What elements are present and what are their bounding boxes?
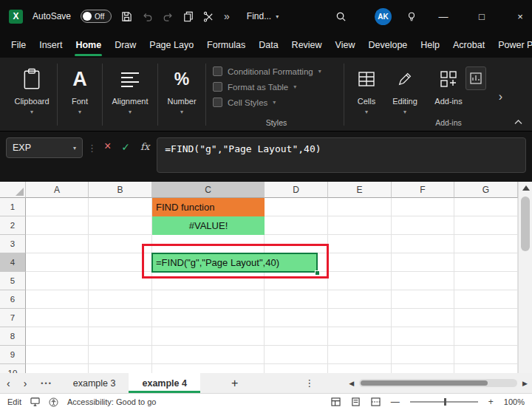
save-icon[interactable] — [121, 11, 132, 22]
cell-F5[interactable] — [392, 272, 454, 290]
ribbon-group-editing[interactable]: Editing ▾ — [385, 64, 425, 131]
tab-view[interactable]: View — [329, 33, 362, 58]
sheet-tab-example-4[interactable]: example 4 — [129, 373, 200, 393]
cell-F9[interactable] — [392, 346, 454, 364]
scroll-right-icon[interactable]: ▶ — [522, 380, 528, 387]
copy-icon[interactable] — [183, 11, 194, 22]
column-header-D[interactable]: D — [265, 182, 328, 198]
cell-E3[interactable] — [328, 235, 392, 253]
horizontal-scrollbar-thumb[interactable] — [361, 380, 488, 386]
cell-B6[interactable] — [89, 290, 152, 309]
ribbon-group-alignment[interactable]: Alignment ▾ — [106, 64, 154, 131]
row-header-10[interactable]: 10 — [0, 364, 26, 373]
insert-function-icon[interactable]: fx — [137, 137, 152, 152]
accessibility-icon[interactable] — [49, 397, 58, 407]
cell-A10[interactable] — [26, 364, 89, 373]
cell-E10[interactable] — [328, 364, 392, 373]
avatar[interactable]: AK — [375, 8, 392, 25]
normal-view-icon[interactable] — [331, 397, 341, 406]
name-box[interactable]: EXP ▾ — [6, 137, 83, 158]
tab-page-layout[interactable]: Page Layo — [143, 33, 200, 58]
cell-E1[interactable] — [328, 198, 392, 216]
maximize-button[interactable]: □ — [470, 8, 494, 25]
cell-B1[interactable] — [89, 198, 152, 216]
cell-C7[interactable] — [152, 309, 265, 327]
cell-C6[interactable] — [152, 290, 265, 309]
zoom-in-button[interactable]: + — [488, 397, 494, 407]
cell-A6[interactable] — [26, 290, 89, 309]
cell-D2[interactable] — [265, 216, 328, 235]
cell-B7[interactable] — [89, 309, 152, 327]
cell-D3[interactable] — [265, 235, 328, 253]
column-header-F[interactable]: F — [392, 182, 454, 198]
row-header-1[interactable]: 1 — [0, 198, 26, 216]
fill-handle[interactable] — [315, 270, 320, 276]
scroll-left-icon[interactable]: ◀ — [349, 380, 354, 387]
formula-bar-splitter[interactable]: ⋮ — [87, 137, 97, 154]
cell-F4[interactable] — [392, 253, 454, 272]
cell-D7[interactable] — [265, 309, 328, 327]
cell-C4-content[interactable]: =FIND("g","Page Layout",40) — [152, 253, 317, 272]
cell-F10[interactable] — [392, 364, 454, 373]
tab-review[interactable]: Review — [285, 33, 329, 58]
cell-F3[interactable] — [392, 235, 454, 253]
cell-E5[interactable] — [328, 272, 392, 290]
cell-A1[interactable] — [26, 198, 89, 216]
cell-G2[interactable] — [454, 216, 518, 235]
cell-E9[interactable] — [328, 346, 392, 364]
row-header-6[interactable]: 6 — [0, 290, 26, 309]
cell-F1[interactable] — [392, 198, 454, 216]
close-button[interactable]: × — [508, 8, 532, 25]
tab-file[interactable]: File — [4, 33, 33, 58]
cell-A2[interactable] — [26, 216, 89, 235]
find-button[interactable]: Find... ▾ — [247, 11, 279, 21]
cell-E6[interactable] — [328, 290, 392, 309]
column-header-G[interactable]: G — [454, 182, 518, 198]
row-header-9[interactable]: 9 — [0, 346, 26, 364]
excel-app-icon[interactable]: X — [9, 10, 23, 24]
lightbulb-icon[interactable] — [406, 11, 417, 22]
tab-data[interactable]: Data — [252, 33, 284, 58]
tab-insert[interactable]: Insert — [33, 33, 69, 58]
conditional-formatting-button[interactable]: Conditional Formatting ▾ — [213, 64, 340, 79]
cell-B4[interactable] — [89, 253, 152, 272]
row-header-7[interactable]: 7 — [0, 309, 26, 327]
cell-C9[interactable] — [152, 346, 265, 364]
scroll-up-icon[interactable] — [522, 185, 530, 191]
cell-G1[interactable] — [454, 198, 518, 216]
tab-developer[interactable]: Develope — [361, 33, 414, 58]
row-header-4[interactable]: 4 — [0, 253, 26, 272]
cell-B2[interactable] — [89, 216, 152, 235]
analyze-data-icon[interactable] — [466, 66, 486, 90]
cell-D6[interactable] — [265, 290, 328, 309]
sheet-next-icon[interactable]: › — [17, 373, 34, 393]
cell-F2[interactable] — [392, 216, 454, 235]
formula-input[interactable]: =FIND("g","Page Layout",40) — [157, 137, 526, 173]
minimize-button[interactable]: — — [432, 8, 455, 25]
tab-acrobat[interactable]: Acrobat — [446, 33, 491, 58]
vertical-scrollbar[interactable] — [518, 182, 532, 373]
redo-icon[interactable] — [163, 11, 174, 21]
cell-F8[interactable] — [392, 327, 454, 346]
cell-A3[interactable] — [26, 235, 89, 253]
zoom-level[interactable]: 100% — [504, 397, 525, 406]
tab-help[interactable]: Help — [414, 33, 446, 58]
cell-B3[interactable] — [89, 235, 152, 253]
undo-icon[interactable] — [142, 11, 153, 21]
select-all-corner[interactable] — [0, 182, 26, 198]
row-header-3[interactable]: 3 — [0, 235, 26, 253]
zoom-slider[interactable] — [410, 401, 478, 403]
cell-A4[interactable] — [26, 253, 89, 272]
sheet-tab-example-3[interactable]: example 3 — [60, 373, 129, 393]
cell-A9[interactable] — [26, 346, 89, 364]
tab-draw[interactable]: Draw — [108, 33, 143, 58]
cell-B8[interactable] — [89, 327, 152, 346]
cell-styles-button[interactable]: Cell Styles ▾ — [213, 95, 340, 110]
column-header-A[interactable]: A — [26, 182, 89, 198]
page-break-preview-icon[interactable] — [371, 397, 381, 406]
cell-G8[interactable] — [454, 327, 518, 346]
horizontal-scrollbar-track[interactable] — [359, 379, 517, 387]
search-icon[interactable] — [335, 11, 347, 22]
tab-home[interactable]: Home — [69, 33, 108, 58]
cell-C8[interactable] — [152, 327, 265, 346]
